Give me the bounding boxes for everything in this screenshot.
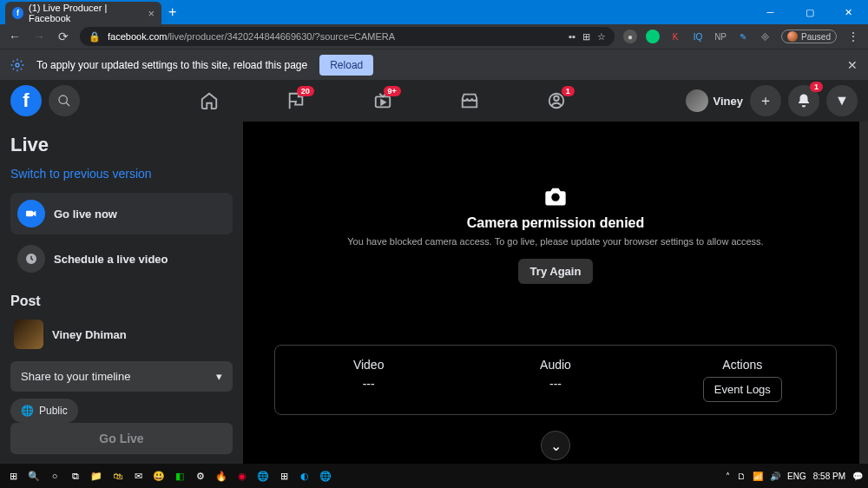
close-window-button[interactable]: ✕ [829, 0, 868, 24]
globe-icon: 🌐 [21, 405, 34, 417]
try-again-button[interactable]: Try Again [518, 259, 594, 284]
chrome-canary-icon[interactable]: 🌐 [255, 468, 271, 484]
switch-version-link[interactable]: Switch to previous version [10, 167, 233, 181]
mail-icon[interactable]: ✉ [130, 468, 146, 484]
settings-taskbar-icon[interactable]: ⚙ [193, 468, 208, 484]
bookmark-icon[interactable]: ☆ [597, 31, 606, 43]
microsoft-icon[interactable]: ⊞ [276, 468, 292, 484]
back-button[interactable]: ← [7, 30, 23, 43]
marketplace-tab[interactable] [448, 91, 491, 110]
pages-tab[interactable]: 20 [274, 91, 318, 110]
chevron-down-icon: ▾ [216, 370, 222, 383]
edge-icon[interactable]: ◐ [297, 468, 312, 484]
tab-close-icon[interactable]: × [148, 7, 155, 20]
audio-heading: Audio [470, 358, 640, 372]
app-icon-5[interactable]: 😃 [151, 468, 167, 484]
error-subtitle: You have blocked camera access. To go li… [347, 236, 763, 247]
svg-point-1 [59, 96, 67, 103]
taskview-icon[interactable]: ⧉ [68, 468, 83, 484]
go-live-button[interactable]: Go Live [10, 423, 233, 454]
user-item[interactable]: Viney Dhiman [10, 314, 233, 354]
reload-infobar: To apply your updated settings to this s… [0, 49, 868, 80]
app-icon-8[interactable]: ◉ [234, 468, 250, 484]
extension-grammarly[interactable] [646, 30, 660, 43]
system-tray[interactable]: ˄ 🗋 📶 🔊 ENG 8:58 PM 💬 [726, 472, 863, 481]
reload-page-button[interactable]: Reload [319, 55, 373, 76]
share-destination-select[interactable]: Share to your timeline ▾ [10, 361, 233, 392]
new-tab-button[interactable]: + [168, 4, 176, 20]
notifications-button[interactable]: 1 [788, 85, 819, 116]
extension-np[interactable]: NP [713, 30, 727, 43]
firefox-icon[interactable]: 🔥 [214, 468, 229, 484]
camera-blocked-icon[interactable]: ▪▪ [569, 31, 575, 42]
lock-icon: 🔒 [89, 31, 101, 43]
url-text: facebook.com/live/producer/3420244844669… [108, 31, 395, 42]
chevron-down-icon: ▼ [835, 93, 849, 109]
clock[interactable]: 8:58 PM [813, 472, 845, 481]
nav-tabs: 20 9+ 1 [80, 91, 686, 110]
volume-icon[interactable]: 🔊 [770, 472, 780, 481]
create-button[interactable]: ＋ [750, 85, 781, 116]
content-area: Live Switch to previous version Go live … [0, 122, 868, 464]
go-live-label: Go live now [54, 208, 117, 221]
watch-badge: 9+ [384, 86, 401, 96]
video-value: --- [284, 377, 453, 391]
action-center-icon[interactable]: 💬 [852, 472, 863, 481]
camera-live-icon [17, 200, 45, 228]
event-logs-button[interactable]: Event Logs [703, 377, 782, 402]
maximize-button[interactable]: ▢ [790, 0, 829, 24]
groups-tab[interactable]: 1 [535, 91, 578, 110]
profile-paused-pill[interactable]: Paused [781, 30, 837, 43]
clock-icon [17, 245, 45, 273]
cortana-icon[interactable]: ○ [47, 468, 62, 484]
profile-chip[interactable]: Viney [686, 89, 743, 112]
store-taskbar-icon[interactable]: 🛍 [109, 468, 125, 484]
wifi-icon[interactable]: 📶 [753, 472, 763, 481]
expand-panel-button[interactable]: ⌄ [541, 431, 570, 460]
extension-pen[interactable]: ✎ [736, 30, 750, 43]
svg-line-2 [66, 102, 69, 106]
user-fullname: Viney Dhiman [52, 328, 127, 341]
svg-point-8 [551, 194, 559, 201]
facebook-logo[interactable]: f [10, 85, 42, 116]
install-icon[interactable]: ⊞ [582, 31, 590, 43]
url-input[interactable]: 🔒 facebook.com/live/producer/34202448446… [80, 27, 615, 46]
search-taskbar-icon[interactable]: 🔍 [26, 468, 42, 484]
audio-status-col: Audio --- [462, 346, 648, 414]
infobar-close-icon[interactable]: ✕ [847, 58, 858, 72]
watch-tab[interactable]: 9+ [361, 91, 404, 110]
paused-label: Paused [801, 32, 831, 42]
sidebar-title: Live [10, 134, 233, 156]
pages-badge: 20 [297, 86, 314, 96]
reload-button[interactable]: ⟳ [56, 30, 71, 43]
gear-icon [10, 58, 24, 72]
window-controls: ─ ▢ ✕ [751, 0, 868, 24]
minimize-button[interactable]: ─ [751, 0, 790, 24]
browser-tab[interactable]: f (1) Live Producer | Facebook × [5, 2, 161, 24]
extension-iq[interactable]: IQ [691, 30, 705, 43]
store-icon [460, 91, 479, 110]
schedule-item[interactable]: Schedule a live video [10, 238, 233, 280]
explorer-icon[interactable]: 📁 [89, 468, 104, 484]
main-pane: Camera permission denied You have blocke… [243, 122, 868, 464]
language-indicator[interactable]: ENG [787, 472, 806, 481]
tray-chevron-icon[interactable]: ˄ [726, 472, 730, 481]
address-bar: ← → ⟳ 🔒 facebook.com/live/producer/34202… [0, 24, 868, 49]
go-live-now-item[interactable]: Go live now [10, 193, 233, 234]
extension-1[interactable]: ● [623, 30, 637, 43]
chevron-down-icon: ⌄ [550, 438, 562, 454]
extension-k[interactable]: K [668, 30, 682, 43]
bell-icon [796, 93, 812, 109]
chrome-icon[interactable]: 🌐 [318, 468, 333, 484]
start-button[interactable]: ⊞ [5, 468, 21, 484]
app-icon-6[interactable]: ◧ [172, 468, 187, 484]
home-tab[interactable] [187, 91, 231, 110]
account-menu-button[interactable]: ▼ [826, 85, 858, 116]
forward-button[interactable]: → [31, 30, 47, 43]
chrome-menu-icon[interactable]: ⋮ [845, 30, 861, 43]
taskbar-apps: ⊞ 🔍 ○ ⧉ 📁 🛍 ✉ 😃 ◧ ⚙ 🔥 ◉ 🌐 ⊞ ◐ 🌐 [5, 468, 333, 484]
extension-pink[interactable]: 🞜 [759, 30, 773, 43]
battery-icon[interactable]: 🗋 [737, 472, 746, 481]
privacy-selector[interactable]: 🌐 Public [10, 399, 78, 423]
search-button[interactable] [49, 85, 80, 116]
